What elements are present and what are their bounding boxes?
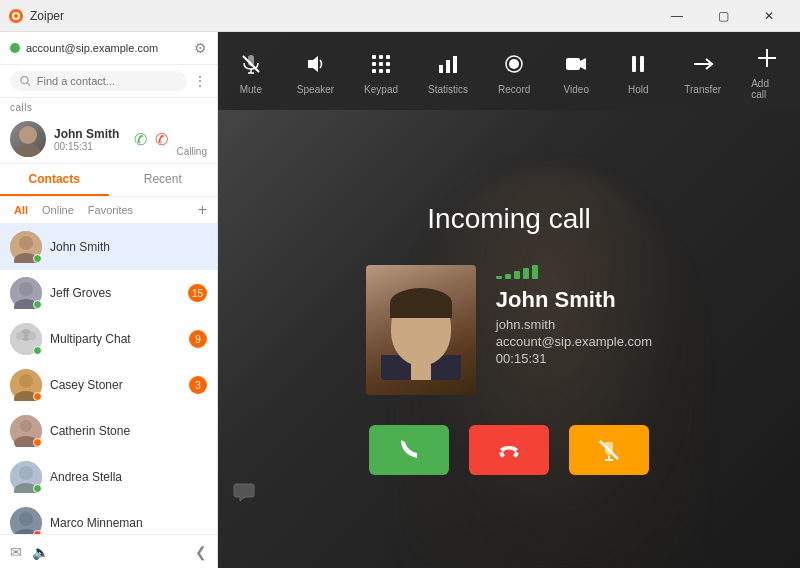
answer-call-button[interactable]: ✆ [134,130,147,149]
active-call-item[interactable]: John Smith 00:15:31 ✆ ✆ Calling [0,115,217,163]
record-icon [498,48,530,80]
grid-icon[interactable]: ⋮ [193,73,207,89]
speaker-button[interactable]: Speaker [297,48,334,95]
search-input-wrap [10,71,187,91]
svg-rect-36 [386,55,390,59]
contact-list: John Smith Jeff Groves 15 [0,224,217,534]
maximize-button[interactable]: ▢ [700,0,746,32]
search-input[interactable] [37,75,177,87]
keypad-button[interactable]: Keypad [364,48,398,95]
add-call-label: Add call [751,78,783,100]
add-filter-button[interactable]: + [198,201,207,219]
settings-icon[interactable]: ⚙ [194,40,207,56]
contact-name: Catherin Stone [50,424,207,438]
signal-bar-1 [496,276,502,279]
caller-face [381,280,461,380]
svg-point-27 [19,512,33,526]
close-button[interactable]: ✕ [746,0,792,32]
call-avatar [10,121,46,157]
calling-status: Calling [176,146,207,157]
svg-rect-43 [439,65,443,73]
svg-rect-38 [379,62,383,66]
svg-point-18 [19,374,33,388]
svg-rect-45 [453,56,457,73]
online-status-indicator [33,484,42,493]
hold-button[interactable]: Hold [622,48,654,95]
online-status-indicator [33,392,42,401]
list-item[interactable]: Marco Minneman [0,500,217,534]
statistics-icon [432,48,464,80]
contact-name: Andrea Stella [50,470,207,484]
mute-label: Mute [240,84,262,95]
voicemail-icon[interactable]: ✉ [10,544,22,560]
transfer-button[interactable]: Transfer [684,48,721,95]
mute-button[interactable]: Mute [235,48,267,95]
avatar [10,277,42,309]
search-bar: ⋮ [0,65,217,98]
svg-line-4 [27,83,30,86]
call-actions: ✆ ✆ [134,130,168,149]
filter-all[interactable]: All [10,202,32,218]
contact-name: John Smith [50,240,207,254]
svg-rect-56 [513,451,519,457]
account-email: account@sip.example.com [26,42,158,54]
svg-point-21 [20,420,32,432]
answer-button[interactable] [369,425,449,475]
svg-rect-37 [372,62,376,66]
svg-point-15 [16,332,24,340]
call-name: John Smith [54,127,126,141]
list-item[interactable]: Catherin Stone [0,408,217,454]
list-item[interactable]: Casey Stoner 3 [0,362,217,408]
list-item[interactable]: Multiparty Chat 9 [0,316,217,362]
unread-badge: 3 [189,376,207,394]
call-time: 00:15:31 [54,141,126,152]
caller-photo [366,265,476,395]
avatar [10,231,42,263]
keypad-icon [365,48,397,80]
record-button[interactable]: Record [498,48,530,95]
toolbar: Mute Speaker [218,32,800,110]
hangup-call-button[interactable]: ✆ [155,130,168,149]
list-item[interactable]: Jeff Groves 15 [0,270,217,316]
signal-bar-3 [514,271,520,279]
avatar [10,507,42,534]
minimize-button[interactable]: — [654,0,700,32]
volume-icon[interactable]: 🔈 [32,544,49,560]
online-status-indicator [33,254,42,263]
tab-recent[interactable]: Recent [109,164,218,196]
sidebar: account@sip.example.com ⚙ ⋮ calls [0,32,218,568]
svg-marker-49 [580,58,586,70]
video-icon [560,48,592,80]
search-icon [20,75,31,87]
svg-rect-41 [379,69,383,73]
avatar [10,415,42,447]
call-avatar-img [10,121,46,157]
account-status-dot [10,43,20,53]
filter-online[interactable]: Online [38,202,78,218]
mute-button-call[interactable] [569,425,649,475]
list-item[interactable]: Andrea Stella [0,454,217,500]
online-status-indicator [33,300,42,309]
add-call-button[interactable]: Add call [751,42,783,100]
transfer-icon [687,48,719,80]
contact-name: Marco Minneman [50,516,207,530]
list-item[interactable]: John Smith [0,224,217,270]
online-status-indicator [33,438,42,447]
hangup-button[interactable] [469,425,549,475]
window-controls: — ▢ ✕ [654,0,792,32]
signal-bar-5 [532,265,538,279]
collapse-button[interactable]: ❮ [195,544,207,560]
svg-point-16 [28,332,36,340]
statistics-button[interactable]: Statistics [428,48,468,95]
contact-name: Jeff Groves [50,286,180,300]
hold-icon [622,48,654,80]
online-status-indicator [33,346,42,355]
video-button[interactable]: Video [560,48,592,95]
transfer-label: Transfer [684,84,721,95]
svg-rect-35 [379,55,383,59]
speaker-icon [299,48,331,80]
tab-contacts[interactable]: Contacts [0,164,109,196]
avatar [10,369,42,401]
svg-rect-40 [372,69,376,73]
filter-favorites[interactable]: Favorites [84,202,137,218]
